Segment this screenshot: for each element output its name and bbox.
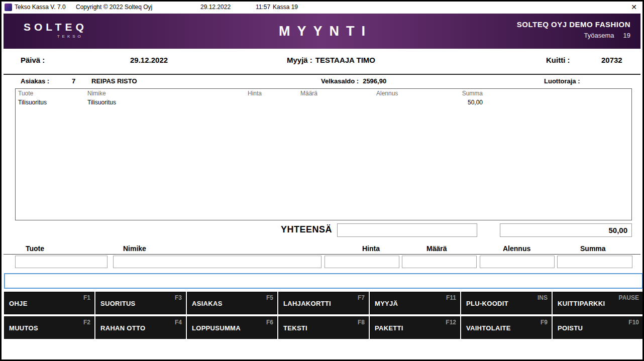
total-amount: 50,00 (500, 223, 632, 237)
fk-label: LAHJAKORTTI (283, 299, 331, 307)
summa-input[interactable] (557, 256, 632, 268)
store-name: SOLTEQ OYJ DEMO FASHION (517, 20, 630, 29)
row-name: Tilisuoritus (87, 99, 116, 106)
entry-label-hinta: Hinta (362, 245, 380, 253)
fk-key: PAUSE (619, 294, 639, 301)
seller-line: Myyjä :TESTAAJA TIMO (287, 56, 375, 64)
app-window: Tekso Kassa V. 7.0 Copyright © 2022 Solt… (0, 0, 644, 361)
column-header-alennus: Alennus (376, 90, 409, 97)
function-key-row-1: OHJE F1 SUORITUS F3 ASIAKAS F5 LAHJAKORT… (4, 292, 643, 314)
title-bar: Tekso Kassa V. 7.0 Copyright © 2022 Solt… (2, 2, 642, 14)
items-table-header: Tuote Nimike Hinta Määrä Alennus Summa (16, 89, 631, 98)
maara-input[interactable] (402, 256, 477, 268)
tuote-input[interactable] (15, 256, 108, 268)
fk-label: MUUTOS (9, 324, 38, 331)
seller-label: Myyjä : (287, 56, 312, 64)
logo-secondary-text: TEKSO (24, 34, 87, 39)
workstation-info: Työasema19 (517, 32, 630, 39)
store-info: SOLTEQ OYJ DEMO FASHION Työasema19 (517, 20, 630, 39)
workstation-number: 19 (623, 32, 630, 39)
column-header-nimike: Nimike (87, 90, 106, 97)
close-icon: ✕ (631, 3, 637, 11)
fk-key: F9 (541, 319, 548, 326)
titlebar-date: 29.12.2022 (200, 4, 231, 11)
titlebar-register: Kassa 19 (273, 4, 298, 11)
fk-label: VAIHTOLAITE (466, 324, 511, 331)
fk-label: POISTU (558, 324, 583, 331)
app-icon (5, 4, 12, 11)
fk-key: F6 (266, 319, 273, 326)
debt-line: Velkasaldo :2596,90 (321, 77, 386, 85)
fk-rahan-otto[interactable]: RAHAN OTTO F4 (95, 316, 186, 339)
fk-label: MYYJÄ (375, 299, 398, 307)
fk-label: TEKSTI (283, 324, 307, 331)
fk-loppusumma[interactable]: LOPPUSUMMA F6 (187, 316, 277, 339)
receipt-label: Kuitti : (546, 56, 570, 64)
screen-title: MYYNTI (272, 24, 372, 39)
column-header-hinta: Hinta (227, 90, 262, 97)
entry-label-tuote: Tuote (26, 245, 44, 253)
fk-asiakas[interactable]: ASIAKAS F5 (187, 292, 277, 314)
solteq-logo: SOLTEQ TEKSO (24, 21, 87, 39)
seller-name: TESTAAJA TIMO (315, 56, 375, 64)
fk-paketti[interactable]: PAKETTI F12 (370, 316, 460, 339)
copyright-text: Copyright © 2022 Solteq Oyj (76, 4, 152, 11)
total-label: YHTEENSÄ (281, 224, 332, 235)
credit-limit-label: Luottoraja : (544, 77, 580, 85)
alennus-input[interactable] (480, 256, 555, 268)
hinta-input[interactable] (325, 256, 399, 268)
logo-primary-text: SOLTEQ (24, 21, 87, 33)
fk-kuittiparkki[interactable]: KUITTIPARKKI PAUSE (553, 292, 643, 314)
fk-label: SUORITUS (100, 299, 136, 307)
fk-label: PAKETTI (375, 324, 403, 331)
debt-value: 2596,90 (363, 77, 386, 85)
fk-key: F11 (446, 294, 456, 301)
fk-ohje[interactable]: OHJE F1 (4, 292, 94, 314)
debt-label: Velkasaldo : (321, 77, 359, 85)
fk-vaihtolaite[interactable]: VAIHTOLAITE F9 (461, 316, 552, 339)
receipt-number: 20732 (601, 56, 622, 64)
fk-lahjakortti[interactable]: LAHJAKORTTI F7 (278, 292, 369, 314)
customer-number: 7 (72, 77, 75, 85)
fk-label: RAHAN OTTO (100, 324, 145, 331)
fk-key: F1 (83, 294, 90, 301)
fk-key: F2 (83, 319, 90, 326)
fk-suoritus[interactable]: SUORITUS F3 (95, 292, 186, 314)
fk-key: F8 (358, 319, 365, 326)
date-value: 29.12.2022 (130, 56, 168, 64)
yhteensa-input[interactable] (337, 223, 477, 237)
customer-label: Asiakas : (21, 77, 49, 85)
entry-label-summa: Summa (580, 245, 606, 253)
function-key-row-2: MUUTOS F2 RAHAN OTTO F4 LOPPUSUMMA F6 TE… (4, 316, 643, 339)
entry-separator-line (4, 254, 640, 255)
date-label: Päivä : (21, 56, 45, 64)
fk-label: LOPPUSUMMA (192, 324, 241, 331)
nimike-input[interactable] (113, 256, 321, 268)
fk-label: ASIAKAS (192, 299, 223, 307)
fk-key: F5 (266, 294, 273, 301)
separator-line (4, 74, 640, 75)
column-header-maara: Määrä (300, 90, 331, 97)
fk-label: KUITTIPARKKI (558, 299, 605, 307)
fk-label: OHJE (9, 299, 28, 307)
header-banner: SOLTEQ TEKSO MYYNTI SOLTEQ OYJ DEMO FASH… (4, 14, 640, 49)
entry-label-nimike: Nimike (123, 245, 146, 253)
fk-key: F10 (628, 319, 639, 326)
fk-myyja[interactable]: MYYJÄ F11 (370, 292, 460, 314)
fk-key: F7 (358, 294, 365, 301)
table-row[interactable]: Tilisuoritus Tilisuoritus 50,00 (16, 98, 631, 107)
entry-label-maara: Määrä (426, 245, 447, 253)
fk-plu-koodit[interactable]: PLU-KOODIT INS (461, 292, 552, 314)
row-product: Tilisuoritus (18, 99, 47, 106)
fk-teksti[interactable]: TEKSTI F8 (278, 316, 369, 339)
close-button[interactable]: ✕ (628, 2, 639, 12)
fk-muutos[interactable]: MUUTOS F2 (4, 316, 94, 339)
fk-poistu[interactable]: POISTU F10 (553, 316, 643, 339)
customer-name: REIPAS RISTO (91, 77, 137, 85)
column-header-summa: Summa (448, 90, 483, 97)
workstation-label: Työasema (584, 32, 614, 39)
command-input[interactable] (4, 273, 643, 289)
items-table: Tuote Nimike Hinta Määrä Alennus Summa T… (15, 88, 632, 220)
fk-key: F3 (175, 294, 182, 301)
column-header-tuote: Tuote (18, 90, 33, 97)
